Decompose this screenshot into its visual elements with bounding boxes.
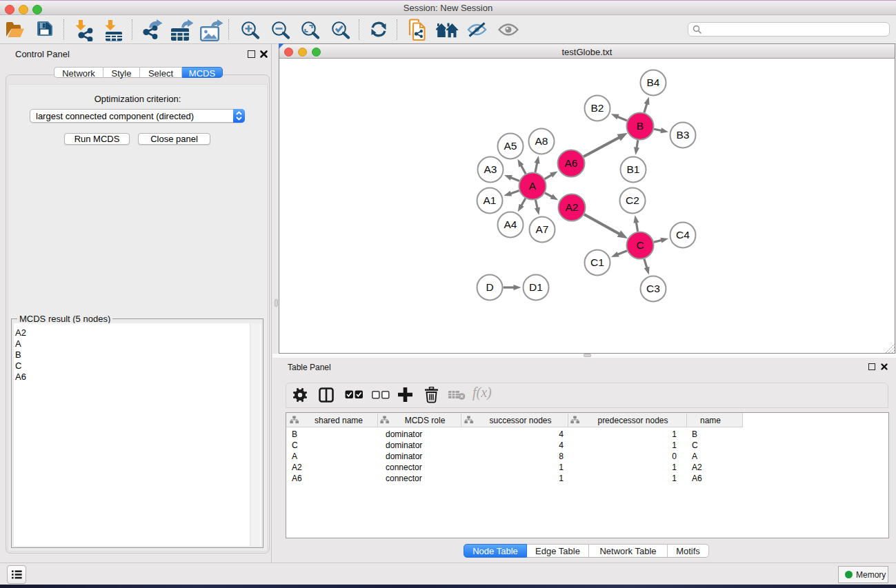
svg-text:A4: A4 bbox=[504, 219, 517, 230]
svg-text:A7: A7 bbox=[536, 223, 549, 235]
svg-text:B3: B3 bbox=[677, 129, 690, 141]
svg-text:A: A bbox=[529, 180, 537, 192]
svg-text:B: B bbox=[637, 120, 644, 132]
svg-text:D1: D1 bbox=[529, 281, 543, 293]
svg-text:A1: A1 bbox=[484, 194, 497, 206]
svg-text:B1: B1 bbox=[627, 163, 640, 175]
svg-text:A6: A6 bbox=[565, 157, 578, 169]
svg-text:C4: C4 bbox=[676, 229, 690, 241]
svg-text:A2: A2 bbox=[566, 201, 579, 213]
svg-text:A3: A3 bbox=[484, 163, 497, 175]
svg-text:C2: C2 bbox=[626, 194, 639, 206]
svg-text:C: C bbox=[636, 239, 644, 251]
svg-text:D: D bbox=[486, 281, 493, 293]
svg-text:B4: B4 bbox=[647, 77, 660, 88]
svg-text:A8: A8 bbox=[535, 135, 548, 147]
svg-text:C3: C3 bbox=[646, 283, 660, 294]
svg-text:B2: B2 bbox=[591, 102, 604, 114]
svg-text:C1: C1 bbox=[590, 256, 604, 268]
svg-text:A5: A5 bbox=[504, 140, 517, 152]
